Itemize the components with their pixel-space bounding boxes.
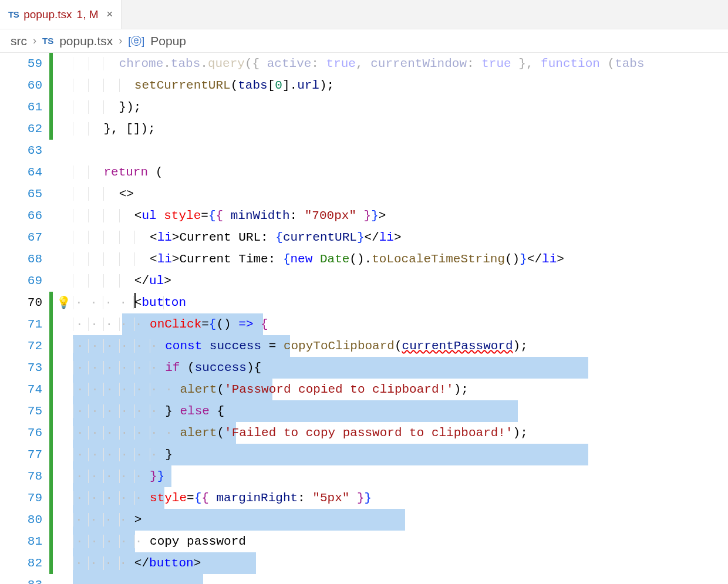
line-number: 81 — [0, 531, 42, 552]
code-line[interactable]: }); — [73, 96, 728, 118]
code-line[interactable]: · · · · · · · alert('Password copied to … — [73, 379, 728, 400]
typescript-icon: TS — [42, 36, 53, 46]
chevron-right-icon: › — [33, 35, 36, 47]
code-line[interactable]: setCurrentURL(tabs[0].url); — [73, 75, 728, 96]
line-number: 82 — [0, 552, 42, 574]
code-line[interactable]: chrome.tabs.query({ active: true, curren… — [73, 53, 728, 75]
editor-tab[interactable]: TS popup.tsx 1, M × — [0, 0, 122, 29]
line-number: 83 — [0, 574, 42, 584]
code-line[interactable]: · · · · · · · alert('Failed to copy pass… — [73, 422, 728, 444]
lightbulb-icon[interactable]: 💡 — [56, 295, 71, 310]
line-number: 71 — [0, 313, 42, 335]
code-line[interactable]: </ul> — [73, 270, 728, 292]
line-number: 77 — [0, 444, 42, 465]
line-number: 69 — [0, 270, 42, 292]
code-line[interactable]: · · · · <button — [73, 292, 728, 313]
line-number: 70 — [0, 292, 42, 313]
line-number: 64 — [0, 161, 42, 183]
code-line[interactable]: · · · · · · } else { — [73, 400, 728, 422]
code-line[interactable]: · · · · · style={{ marginRight: "5px" }} — [73, 487, 728, 509]
line-number: 67 — [0, 227, 42, 248]
code-line[interactable] — [73, 574, 728, 584]
line-number: 61 — [0, 96, 42, 118]
line-number: 72 — [0, 335, 42, 357]
line-number: 63 — [0, 140, 42, 161]
code-line[interactable]: <li>Current URL: {currentURL}</li> — [73, 227, 728, 248]
code-line[interactable] — [73, 140, 728, 161]
code-line[interactable]: · · · · </button> — [73, 552, 728, 574]
line-number-gutter: 5960616263646566676869707172737475767778… — [0, 53, 49, 584]
code-line[interactable]: return ( — [73, 161, 728, 183]
line-number: 66 — [0, 205, 42, 227]
code-line[interactable]: · · · · · copy password — [73, 531, 728, 552]
symbol-icon: [ⓔ] — [128, 34, 144, 48]
line-number: 80 — [0, 509, 42, 531]
glyph-margin: 💡 — [53, 53, 73, 584]
tab-modified-badge: 1, M — [77, 8, 99, 21]
line-number: 62 — [0, 118, 42, 140]
code-line[interactable]: <ul style={{ minWidth: "700px" }}> — [73, 205, 728, 227]
code-line[interactable]: }, []); — [73, 118, 728, 140]
close-icon[interactable]: × — [107, 8, 113, 21]
code-line[interactable]: · · · · · }} — [73, 465, 728, 487]
code-line[interactable]: · · · · · · } — [73, 444, 728, 465]
typescript-icon: TS — [8, 9, 19, 19]
code-line[interactable]: · · · · · · const success = copyToClipbo… — [73, 335, 728, 357]
line-number: 60 — [0, 75, 42, 96]
line-number: 78 — [0, 465, 42, 487]
code-line[interactable]: <> — [73, 183, 728, 205]
breadcrumb-segment[interactable]: src — [11, 34, 27, 48]
line-number: 73 — [0, 357, 42, 379]
code-line[interactable]: · · · · · · if (success){ — [73, 357, 728, 379]
code-line[interactable]: <li>Current Time: {new Date().toLocaleTi… — [73, 248, 728, 270]
code-content[interactable]: chrome.tabs.query({ active: true, curren… — [73, 53, 728, 584]
code-line[interactable]: · · · · · onClick={() => { — [73, 313, 728, 335]
line-number: 59 — [0, 53, 42, 75]
tab-bar: TS popup.tsx 1, M × — [0, 0, 728, 29]
line-number: 75 — [0, 400, 42, 422]
tab-filename: popup.tsx — [23, 8, 72, 21]
code-line[interactable]: · · · · > — [73, 509, 728, 531]
breadcrumb-segment[interactable]: Popup — [150, 34, 186, 48]
line-number: 68 — [0, 248, 42, 270]
breadcrumb: src › TS popup.tsx › [ⓔ] Popup — [0, 29, 728, 53]
breadcrumb-segment[interactable]: popup.tsx — [59, 34, 113, 48]
line-number: 74 — [0, 379, 42, 400]
code-editor[interactable]: 5960616263646566676869707172737475767778… — [0, 53, 728, 584]
line-number: 76 — [0, 422, 42, 444]
chevron-right-icon: › — [119, 35, 122, 47]
line-number: 65 — [0, 183, 42, 205]
line-number: 79 — [0, 487, 42, 509]
